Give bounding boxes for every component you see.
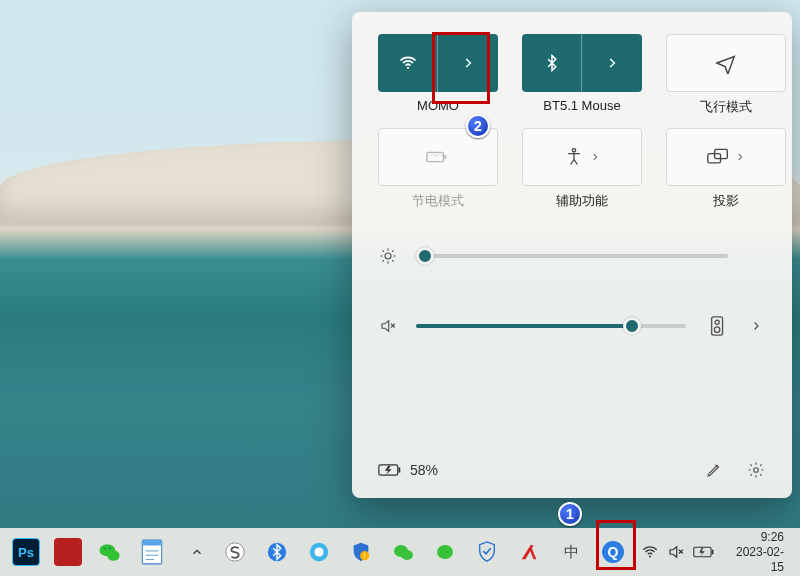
battery-percent: 58% [410, 462, 438, 478]
taskbar-app-wechat[interactable] [90, 532, 130, 572]
svg-point-6 [385, 253, 391, 259]
tray-icon-wechat-green[interactable] [383, 532, 423, 572]
svg-rect-1 [427, 152, 444, 161]
wifi-icon [398, 53, 418, 73]
svg-point-9 [714, 327, 719, 332]
tray-icon-bluetooth[interactable] [257, 532, 297, 572]
battery-charging-icon [693, 545, 715, 559]
clock-date: 2023-02-15 [735, 545, 784, 575]
svg-point-33 [649, 556, 651, 558]
system-tray-network-zone[interactable] [633, 539, 723, 565]
svg-point-30 [437, 545, 453, 559]
project-tile-label: 投影 [713, 192, 739, 210]
svg-point-8 [715, 320, 719, 324]
svg-point-29 [401, 550, 413, 560]
taskbar-overflow-chevron[interactable] [178, 532, 215, 572]
wifi-toggle[interactable] [378, 34, 438, 92]
project-tile[interactable] [666, 128, 786, 186]
battery-saver-tile[interactable] [378, 128, 498, 186]
tray-icon-chat[interactable] [299, 532, 339, 572]
accessibility-icon [564, 147, 584, 167]
svg-point-15 [104, 547, 106, 549]
volume-slider[interactable] [416, 324, 686, 328]
tray-icon-green2[interactable] [425, 532, 465, 572]
svg-point-3 [572, 149, 575, 152]
svg-point-16 [109, 547, 111, 549]
airplane-tile-label: 飞行模式 [700, 98, 752, 116]
brightness-slider[interactable] [416, 254, 728, 258]
battery-saver-tile-label: 节电模式 [412, 192, 464, 210]
bluetooth-tile-label: BT5.1 Mouse [543, 98, 620, 113]
taskbar-app-photoshop[interactable]: Ps [6, 532, 46, 572]
svg-rect-18 [142, 540, 161, 545]
audio-output-icon[interactable] [708, 316, 728, 336]
svg-point-25 [314, 547, 323, 556]
wifi-tile[interactable] [378, 34, 498, 92]
taskbar-app-grid[interactable] [48, 532, 88, 572]
tray-ime-indicator[interactable]: 中 [551, 532, 591, 572]
accessibility-tile-label: 辅助功能 [556, 192, 608, 210]
svg-text:Q: Q [608, 544, 619, 560]
taskbar[interactable]: Ps ! 中 Q 9:26 2023-02-15 [0, 528, 800, 576]
bluetooth-expand-button[interactable] [582, 34, 642, 92]
chevron-right-icon [590, 152, 600, 162]
svg-rect-11 [399, 467, 401, 472]
svg-rect-35 [712, 550, 714, 555]
volume-mute-icon [667, 543, 685, 561]
airplane-icon [715, 52, 737, 74]
volume-slider-row [378, 316, 766, 336]
bluetooth-toggle[interactable] [522, 34, 582, 92]
chevron-right-icon [605, 56, 619, 70]
audio-output-expand[interactable] [746, 316, 766, 336]
svg-point-0 [406, 67, 408, 69]
taskbar-clock[interactable]: 9:26 2023-02-15 [735, 530, 788, 575]
battery-charging-icon [378, 462, 402, 478]
tray-icon-red-streak[interactable] [509, 532, 549, 572]
battery-saver-icon [426, 147, 450, 167]
svg-text:!: ! [364, 552, 366, 559]
wifi-expand-button[interactable] [438, 34, 498, 92]
bluetooth-icon [543, 54, 561, 72]
chevron-right-icon [735, 152, 745, 162]
tray-icon-security[interactable]: ! [341, 532, 381, 572]
airplane-tile[interactable] [666, 34, 786, 92]
tray-icon-sogou[interactable] [215, 532, 255, 572]
wifi-icon [641, 543, 659, 561]
taskbar-app-notepad[interactable] [132, 532, 172, 572]
quick-settings-panel: MOMO BT5.1 Mouse [352, 12, 792, 498]
brightness-icon [378, 246, 398, 266]
project-icon [707, 148, 729, 166]
volume-mute-icon[interactable] [378, 316, 398, 336]
edit-quick-settings-button[interactable] [704, 460, 724, 480]
svg-point-12 [754, 468, 759, 473]
svg-rect-2 [444, 155, 446, 159]
tray-icon-q[interactable]: Q [593, 532, 633, 572]
wifi-tile-label: MOMO [417, 98, 459, 113]
svg-point-14 [107, 550, 119, 561]
accessibility-tile[interactable] [522, 128, 642, 186]
battery-status[interactable]: 58% [378, 462, 438, 478]
tray-icon-shield-blue[interactable] [467, 532, 507, 572]
chevron-right-icon [461, 56, 475, 70]
brightness-slider-row [378, 246, 766, 266]
settings-button[interactable] [746, 460, 766, 480]
clock-time: 9:26 [735, 530, 784, 545]
bluetooth-tile[interactable] [522, 34, 642, 92]
